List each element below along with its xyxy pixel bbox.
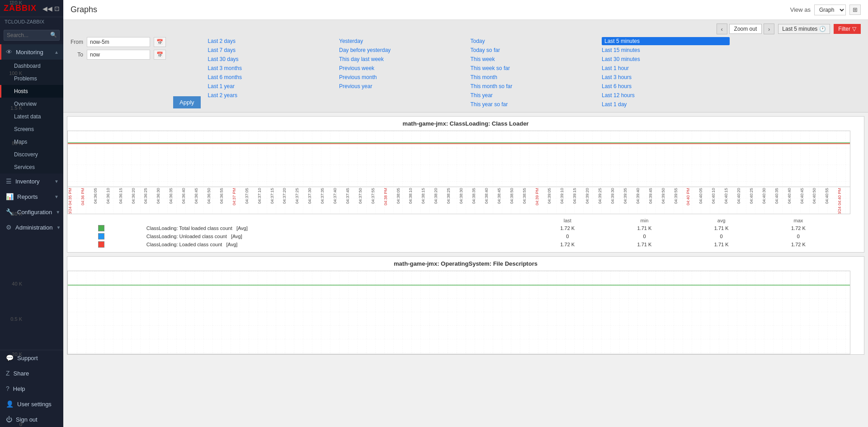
legend-min-2: 0 bbox=[606, 232, 683, 240]
legend-color-red bbox=[98, 241, 104, 248]
ql-thisweeksofar[interactable]: This week so far bbox=[471, 64, 598, 72]
legend-label-1: ClassLoading: Total loaded class count [… bbox=[143, 224, 529, 232]
filter-button[interactable]: Filter ▽ bbox=[834, 24, 861, 34]
ql-last6hours[interactable]: Last 6 hours bbox=[602, 82, 730, 90]
main-content: Graphs View as Graph Values ⊞ ‹ Zoom out… bbox=[63, 0, 868, 427]
to-label: To bbox=[71, 52, 83, 58]
search-icon: 🔍 bbox=[50, 32, 57, 38]
ql-last6months[interactable]: Last 6 months bbox=[208, 73, 335, 81]
ql-last3hours[interactable]: Last 3 hours bbox=[602, 73, 730, 81]
legend-min-3: 1.71 K bbox=[606, 240, 683, 249]
graph2-svg bbox=[68, 271, 850, 354]
expand-icon[interactable]: ⊡ bbox=[54, 5, 60, 12]
reports-arrow: ▼ bbox=[54, 194, 59, 199]
ql-thisyear[interactable]: This year bbox=[471, 91, 598, 99]
graph1-legend: last min avg max ClassLoading: Total loa… bbox=[67, 214, 864, 252]
ql-last2days[interactable]: Last 2 days bbox=[208, 37, 335, 45]
apply-button[interactable]: Apply bbox=[173, 96, 201, 108]
ql-thismonth[interactable]: This month bbox=[471, 73, 598, 81]
ql-last1day[interactable]: Last 1 day bbox=[602, 100, 730, 108]
legend-max-3: 1.72 K bbox=[760, 240, 837, 249]
graph1-title: math-game-jmx: ClassLoading: Class Loade… bbox=[67, 117, 864, 129]
filter-label: Filter bbox=[838, 26, 850, 32]
legend-max-2: 0 bbox=[760, 232, 837, 240]
legend-label-2: ClassLoading: Unloaded class count [Avg] bbox=[143, 232, 529, 240]
ql-thisdaylastweek[interactable]: This day last week bbox=[339, 55, 467, 63]
legend-label-3: ClassLoading: Loaded class count [Avg] bbox=[143, 240, 529, 249]
view-as-label: View as bbox=[790, 6, 811, 13]
filter-icon: ▽ bbox=[852, 26, 856, 32]
from-row: From 📅 bbox=[71, 37, 166, 47]
to-row: To 📅 bbox=[71, 50, 166, 60]
quick-links: Last 2 days Yesterday Today Last 5 minut… bbox=[208, 37, 861, 108]
graph2-title: math-game-jmx: OperatingSystem: File Des… bbox=[67, 257, 864, 269]
legend-avg-1: 1.71 K bbox=[683, 224, 760, 232]
ql-today[interactable]: Today bbox=[471, 37, 598, 45]
to-calendar-button[interactable]: 📅 bbox=[154, 50, 166, 60]
zoom-next-button[interactable]: › bbox=[764, 23, 774, 34]
ql-prevmonth[interactable]: Previous month bbox=[339, 73, 467, 81]
ql-last30days[interactable]: Last 30 days bbox=[208, 55, 335, 63]
ql-last2years[interactable]: Last 2 years bbox=[208, 91, 335, 99]
ql-thisweek[interactable]: This week bbox=[471, 55, 598, 63]
legend-min-1: 1.71 K bbox=[606, 224, 683, 232]
inventory-arrow: ▼ bbox=[54, 179, 59, 184]
legend-max-1: 1.72 K bbox=[760, 224, 837, 232]
ql-yesterday[interactable]: Yesterday bbox=[339, 37, 467, 45]
legend-row-3: ClassLoading: Loaded class count [Avg] 1… bbox=[94, 240, 837, 249]
ql-daybefyesterday[interactable]: Day before yesterday bbox=[339, 46, 467, 54]
page-title: Graphs bbox=[71, 5, 790, 14]
content-area: ‹ Zoom out › Last 5 minutes 🕐 Filter ▽ F… bbox=[63, 20, 868, 427]
ql-prevweek[interactable]: Previous week bbox=[339, 64, 467, 72]
ql-last12hours[interactable]: Last 12 hours bbox=[602, 91, 730, 99]
zoom-prev-button[interactable]: ‹ bbox=[717, 23, 727, 34]
from-input[interactable] bbox=[87, 37, 150, 47]
legend-last-2: 0 bbox=[529, 232, 606, 240]
legend-color-green bbox=[98, 225, 104, 231]
legend-avg-2: 0 bbox=[683, 232, 760, 240]
legend-row-2: ClassLoading: Unloaded class count [Avg]… bbox=[94, 232, 837, 240]
ql-todaysofar[interactable]: Today so far bbox=[471, 46, 598, 54]
legend-color-blue bbox=[98, 233, 104, 239]
graph2-container: math-game-jmx: OperatingSystem: File Des… bbox=[67, 256, 864, 355]
legend-row-1: ClassLoading: Total loaded class count [… bbox=[94, 224, 837, 232]
filter-top-controls: ‹ Zoom out › Last 5 minutes 🕐 Filter ▽ bbox=[71, 23, 861, 34]
to-input[interactable] bbox=[87, 50, 150, 60]
legend-last-1: 1.72 K bbox=[529, 224, 606, 232]
topbar: Graphs View as Graph Values ⊞ bbox=[63, 0, 868, 20]
ql-last5min[interactable]: Last 5 minutes bbox=[602, 37, 730, 45]
configuration-arrow: ▼ bbox=[56, 210, 60, 215]
filter-bar: ‹ Zoom out › Last 5 minutes 🕐 Filter ▽ F… bbox=[63, 20, 868, 113]
legend-last-3: 1.72 K bbox=[529, 240, 606, 249]
monitoring-arrow: ▲ bbox=[54, 50, 59, 55]
collapse-icon[interactable]: ◀◀ bbox=[42, 5, 52, 12]
date-fields: From 📅 To 📅 bbox=[71, 37, 166, 60]
clock-icon: 🕐 bbox=[819, 26, 826, 32]
administration-arrow: ▼ bbox=[56, 225, 61, 230]
svg-rect-3 bbox=[68, 271, 850, 354]
last5-button[interactable]: Last 5 minutes 🕐 bbox=[778, 24, 830, 34]
ql-last3months[interactable]: Last 3 months bbox=[208, 64, 335, 72]
ql-thisyearsofar[interactable]: This year so far bbox=[471, 100, 598, 108]
kiosk-button[interactable]: ⊞ bbox=[849, 5, 861, 15]
topbar-right: View as Graph Values ⊞ bbox=[790, 5, 861, 15]
zoom-nav: ‹ Zoom out › bbox=[717, 23, 775, 34]
ql-thismontfsofar[interactable]: This month so far bbox=[471, 82, 598, 90]
ql-last30min[interactable]: Last 30 minutes bbox=[602, 55, 730, 63]
ql-last7days[interactable]: Last 7 days bbox=[208, 46, 335, 54]
last5-label: Last 5 minutes bbox=[782, 26, 817, 32]
graph1-container: math-game-jmx: ClassLoading: Class Loade… bbox=[67, 116, 864, 253]
filter-form: From 📅 To 📅 Apply Last 2 days Yesterday bbox=[71, 37, 861, 108]
legend-header-row: last min avg max bbox=[94, 217, 837, 224]
legend-avg-3: 1.71 K bbox=[683, 240, 760, 249]
ql-prevyear[interactable]: Previous year bbox=[339, 82, 467, 90]
zoom-out-button[interactable]: Zoom out bbox=[729, 24, 762, 34]
from-label: From bbox=[71, 39, 83, 45]
ql-last1hour[interactable]: Last 1 hour bbox=[602, 64, 730, 72]
view-as-select[interactable]: Graph Values bbox=[814, 5, 846, 15]
ql-last15min[interactable]: Last 15 minutes bbox=[602, 46, 730, 54]
ql-last1year[interactable]: Last 1 year bbox=[208, 82, 335, 90]
from-calendar-button[interactable]: 📅 bbox=[154, 37, 166, 47]
